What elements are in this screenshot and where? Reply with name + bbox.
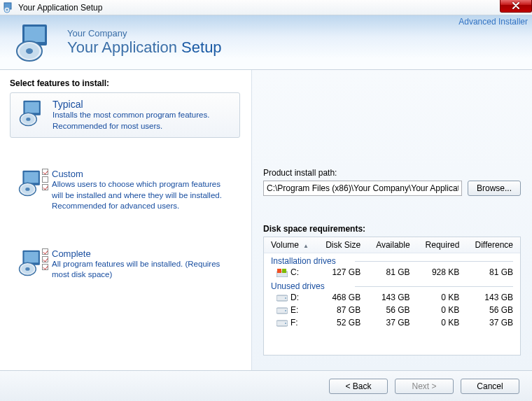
- feature-complete[interactable]: Complete All program features will be in…: [10, 243, 240, 286]
- column-header[interactable]: Required: [417, 237, 467, 253]
- product-logo-icon: [14, 22, 56, 64]
- table-row[interactable]: E: 87 GB56 GB0 KB56 GB: [264, 304, 520, 316]
- checkbox-icon: [42, 176, 48, 183]
- install-path-input[interactable]: [263, 181, 462, 196]
- checkbox-icon: [42, 256, 48, 262]
- browse-button[interactable]: Browse...: [468, 181, 521, 196]
- column-header[interactable]: Available: [368, 237, 416, 253]
- checkbox-icon: [42, 248, 48, 255]
- svg-point-7: [26, 48, 33, 54]
- checkbox-icon: [42, 264, 48, 270]
- table-row[interactable]: F: 52 GB37 GB0 KB37 GB: [264, 316, 520, 329]
- table-row[interactable]: D: 468 GB143 GB0 KB143 GB: [264, 291, 520, 304]
- svg-point-33: [285, 310, 286, 311]
- svg-point-25: [25, 267, 29, 271]
- close-button[interactable]: [500, 0, 532, 13]
- next-button[interactable]: Next >: [395, 379, 454, 394]
- feature-description: All program features will be installed. …: [52, 259, 233, 281]
- back-button[interactable]: < Back: [329, 379, 388, 394]
- details-panel: Product install path: Browse... Disk spa…: [252, 70, 532, 370]
- svg-point-19: [25, 188, 29, 191]
- disc-icon: [17, 248, 46, 278]
- cancel-button[interactable]: Cancel: [461, 379, 519, 394]
- disc-icon: [17, 169, 46, 198]
- app-icon: [3, 2, 14, 13]
- svg-point-31: [285, 297, 286, 299]
- svg-rect-16: [24, 172, 38, 183]
- feature-title: Typical: [52, 99, 232, 110]
- checkbox-icon: [42, 184, 48, 190]
- features-heading: Select features to install:: [10, 78, 240, 88]
- feature-custom[interactable]: Custom Allows users to choose which prog…: [10, 163, 240, 218]
- feature-title: Custom: [52, 169, 233, 179]
- svg-rect-4: [24, 27, 45, 42]
- drive-group-label: Installation drives: [271, 256, 336, 266]
- column-header[interactable]: Disk Size: [317, 237, 368, 253]
- feature-description: Installs the most common program feature…: [52, 110, 232, 132]
- svg-rect-29: [282, 269, 286, 273]
- titlebar: Your Application Setup: [0, 0, 532, 15]
- disc-icon: [18, 99, 47, 128]
- svg-point-2: [6, 8, 8, 10]
- feature-typical[interactable]: Typical Installs the most common program…: [10, 92, 240, 138]
- svg-rect-10: [25, 102, 39, 113]
- disk-space-table: VolumeDisk SizeAvailableRequiredDifferen…: [263, 237, 521, 356]
- svg-point-13: [26, 118, 30, 121]
- checkbox-icon: [42, 169, 48, 175]
- column-header[interactable]: Difference: [466, 237, 520, 253]
- feature-title: Complete: [52, 248, 233, 259]
- svg-rect-28: [277, 269, 281, 273]
- app-name: Your Application: [67, 38, 177, 56]
- svg-rect-22: [24, 251, 38, 262]
- header-banner: Your Company Your Application Setup: [0, 15, 532, 70]
- drive-icon: [276, 294, 288, 302]
- wizard-footer: < Back Next > Cancel: [0, 370, 532, 401]
- install-path-label: Product install path:: [263, 168, 521, 178]
- company-name: Your Company: [67, 28, 222, 38]
- features-panel: Select features to install: Typical Inst…: [0, 70, 252, 370]
- disk-space-heading: Disk space requirements:: [263, 224, 521, 234]
- drive-icon: [276, 307, 288, 315]
- drive-icon: [276, 269, 288, 277]
- app-subtitle: Setup: [181, 38, 222, 56]
- svg-point-35: [285, 323, 286, 324]
- table-row[interactable]: C: 127 GB81 GB928 KB81 GB: [264, 266, 520, 279]
- drive-group-label: Unused drives: [271, 281, 325, 291]
- window-title: Your Application Setup: [18, 3, 102, 13]
- column-header[interactable]: Volume: [264, 237, 317, 253]
- feature-description: Allows users to choose which program fea…: [52, 179, 233, 212]
- drive-icon: [276, 319, 288, 328]
- advanced-installer-link[interactable]: Advanced Installer: [458, 17, 528, 27]
